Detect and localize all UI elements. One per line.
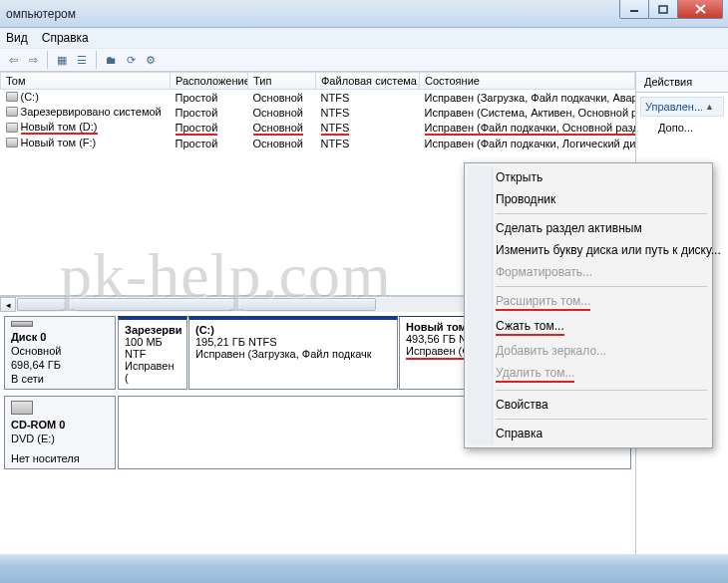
ctx-shrink[interactable]: Сжать том... [468, 315, 709, 340]
table-row[interactable]: Зарезервировано системой Простой Основно… [1, 105, 635, 120]
ctx-properties[interactable]: Свойства [468, 394, 709, 416]
taskbar-strip [0, 554, 728, 583]
maximize-button[interactable] [648, 0, 678, 19]
cdrom-letter: DVD (E:) [11, 433, 109, 444]
drive-icon [6, 92, 18, 102]
console-tree-icon[interactable]: 🖿 [102, 51, 120, 69]
ctx-change-letter[interactable]: Изменить букву диска или путь к диску... [468, 239, 709, 261]
drive-icon [6, 138, 18, 147]
show-hide-icon[interactable]: ▦ [53, 51, 71, 69]
context-menu: Открыть Проводник Сделать раздел активны… [464, 162, 713, 448]
disk-type: Основной [11, 345, 109, 357]
menu-bar: Вид Справка [0, 28, 728, 48]
volume-list-header: Том Расположение Тип Файловая система Со… [1, 73, 635, 90]
disk-name: Диск 0 [11, 331, 109, 343]
ctx-separator [496, 390, 707, 391]
refresh-icon[interactable]: ⟳ [122, 51, 140, 69]
table-row[interactable]: Новый том (F:) Простой Основной NTFS Исп… [1, 136, 635, 150]
nav-forward-icon[interactable]: ⇨ [24, 51, 42, 69]
disk-icon [11, 321, 33, 327]
ctx-extend: Расширить том... [468, 290, 709, 315]
window-titlebar: омпьютером [0, 0, 728, 28]
ctx-make-active[interactable]: Сделать раздел активным [468, 217, 709, 239]
cdrom-icon [11, 401, 33, 415]
ctx-add-mirror: Добавить зеркало... [468, 340, 709, 362]
table-row[interactable]: Новый том (D:) Простой Основной NTFS Исп… [1, 120, 635, 136]
cdrom-name: CD-ROM 0 [11, 419, 109, 431]
actions-manage-link[interactable]: Управлен... ▲ [640, 97, 724, 117]
toolbar-separator [47, 51, 48, 69]
ctx-help[interactable]: Справка [468, 423, 709, 444]
ctx-separator [496, 286, 707, 287]
close-button[interactable] [677, 0, 723, 19]
toolbar: ⇦ ⇨ ▦ ☰ 🖿 ⟳ ⚙ [0, 48, 728, 72]
cdrom-info[interactable]: CD-ROM 0 DVD (E:) Нет носителя [4, 396, 116, 469]
scroll-left-icon[interactable]: ◂ [0, 297, 16, 312]
col-fs[interactable]: Файловая система [316, 73, 420, 90]
ctx-separator [496, 213, 707, 214]
partition-c[interactable]: (C:) 195,21 ГБ NTFS Исправен (Загрузка, … [188, 316, 398, 390]
col-status[interactable]: Состояние [420, 73, 635, 90]
properties-icon[interactable]: ☰ [73, 51, 91, 69]
drive-icon [6, 123, 18, 133]
table-row[interactable]: (C:) Простой Основной NTFS Исправен (Заг… [1, 90, 635, 106]
cdrom-state: Нет носителя [11, 452, 109, 464]
nav-back-icon[interactable]: ⇦ [4, 51, 22, 69]
disk-state: В сети [11, 373, 109, 385]
minimize-button[interactable] [619, 0, 649, 19]
actions-header: Действия [636, 72, 728, 93]
toolbar-separator [96, 51, 97, 69]
partition-system-reserved[interactable]: Зарезерви 100 МБ NTF Исправен ( [118, 316, 187, 390]
ctx-separator [496, 419, 707, 420]
disk-size: 698,64 ГБ [11, 359, 109, 371]
window-title: омпьютером [6, 7, 76, 21]
drive-icon [6, 107, 18, 117]
col-layout[interactable]: Расположение [171, 73, 248, 90]
col-type[interactable]: Тип [248, 73, 316, 90]
chevron-up-icon: ▲ [705, 102, 714, 112]
scroll-thumb[interactable] [17, 298, 376, 311]
svg-rect-1 [659, 6, 667, 13]
settings-icon[interactable]: ⚙ [142, 51, 160, 69]
ctx-explorer[interactable]: Проводник [468, 188, 709, 210]
menu-view[interactable]: Вид [6, 31, 28, 45]
menu-help[interactable]: Справка [42, 31, 89, 45]
disk-info[interactable]: Диск 0 Основной 698,64 ГБ В сети [4, 316, 116, 390]
actions-more-link[interactable]: Допо... [644, 119, 720, 137]
ctx-open[interactable]: Открыть [468, 166, 709, 188]
ctx-delete: Удалить том... [468, 362, 709, 387]
col-tom[interactable]: Том [1, 73, 171, 90]
ctx-format: Форматировать... [468, 261, 709, 283]
